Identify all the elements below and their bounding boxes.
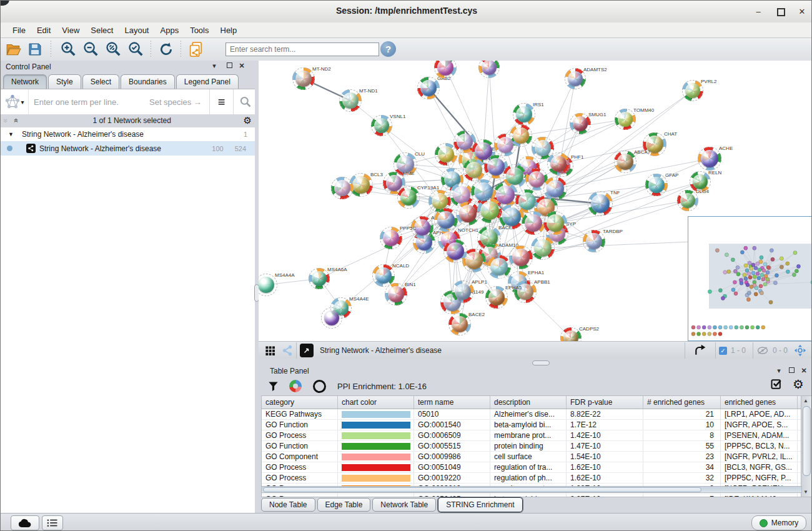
table-row[interactable]: GO FunctionGO:0005515protein binding1.47… [262,441,801,452]
menu-view[interactable]: View [56,24,85,37]
network-node[interactable]: PPP5C [383,230,399,246]
filter-funnel-icon[interactable] [267,380,279,393]
string-query-input[interactable]: Enter one term per line. [29,97,149,107]
table-horizontal-scrollbar[interactable] [261,486,802,493]
zoom-fit-button[interactable] [104,40,123,59]
tab-network-table[interactable]: Network Table [372,498,436,512]
tab-node-table[interactable]: Node Table [261,498,315,512]
network-node[interactable]: BIN1 [388,286,404,302]
menu-tools[interactable]: Tools [184,24,214,37]
network-node[interactable]: EPHA5 [488,289,505,305]
network-node[interactable] [324,310,339,325]
network-node[interactable]: MS4A6A [312,271,327,286]
network-node[interactable] [490,258,508,275]
menu-help[interactable]: Help [215,24,243,37]
string-protein-query-dropdown[interactable]: ▾ [1,89,29,114]
refresh-button[interactable] [157,40,176,59]
table-row[interactable]: GO ComponentGO:0009986cell surface1.54E-… [262,452,801,462]
column-header[interactable]: # enriched genes [643,396,721,409]
tab-edge-table[interactable]: Edge Table [317,498,371,512]
network-node[interactable] [438,146,454,162]
tree-collapse-icon[interactable]: ▼ [8,131,17,137]
network-node[interactable] [518,192,536,210]
network-node[interactable] [432,193,448,209]
table-vertical-scrollbar[interactable]: ▲ ▼ [801,395,812,497]
network-canvas[interactable]: MT-ND2MT-ND1VSNL1GAB2ADAMTS2SMUG1PVRL2TO… [259,61,812,341]
open-session-button[interactable] [4,40,23,59]
cloud-services-button[interactable] [11,515,39,530]
network-from-clipboard-button[interactable] [186,40,207,59]
network-node[interactable]: IRS1 [516,106,532,122]
float-panel-icon[interactable] [786,367,796,374]
column-header[interactable]: term name [414,396,490,409]
network-node[interactable] [482,61,497,75]
close-panel-icon[interactable]: ✕ [237,62,247,70]
collapse-all-icon[interactable]: » [1,116,10,126]
network-node[interactable] [334,180,350,196]
task-history-button[interactable] [42,515,63,530]
column-header[interactable]: chart color [338,396,414,409]
birds-eye-view[interactable] [688,216,812,341]
table-row[interactable]: KEGG Pathways05010Alzheimer's dise...8.8… [262,409,801,420]
network-node[interactable] [437,211,455,229]
menu-select[interactable]: Select [85,24,119,37]
network-node[interactable] [534,239,552,257]
panel-menu-caret-icon[interactable]: ▾ [209,62,219,70]
select-columns-checkbox-icon[interactable] [770,378,783,390]
search-input[interactable] [225,42,379,56]
network-node[interactable] [550,156,567,172]
save-session-button[interactable] [26,40,44,59]
export-network-button[interactable] [693,344,707,357]
tab-string-enrichment[interactable]: STRING Enrichment [438,497,522,512]
network-node[interactable] [465,252,483,269]
open-in-browser-button[interactable] [300,344,314,357]
network-node[interactable]: ABCA7 [617,154,633,170]
column-header[interactable]: description [490,396,567,409]
network-node[interactable]: GFAP [648,177,665,193]
network-node[interactable] [513,127,529,144]
string-search-button[interactable] [234,89,257,114]
column-header[interactable]: FDR p-value [567,396,643,409]
network-node[interactable] [502,207,521,226]
network-node[interactable] [459,205,477,222]
network-node[interactable]: PVRL2 [685,83,700,98]
zoom-out-button[interactable] [82,40,101,59]
network-collection-row[interactable]: ▼ String Network - Alzheimer's disease 1 [1,127,256,141]
menu-edit[interactable]: Edit [31,24,56,37]
network-node[interactable]: TNF [591,194,610,213]
splitter-grip[interactable] [532,360,550,365]
maximize-button[interactable] [774,6,788,17]
menu-apps[interactable]: Apps [155,24,185,37]
tab-style[interactable]: Style [48,74,81,89]
network-node[interactable] [547,214,564,232]
table-row[interactable]: GO ProcessGO:0051049regulation of tra...… [262,462,801,473]
menu-file[interactable]: File [7,24,31,37]
tab-boundaries[interactable]: Boundaries [121,74,175,89]
float-panel-icon[interactable] [224,62,234,69]
network-node[interactable]: ADAMTS2 [568,71,583,86]
column-header[interactable]: enriched genes [721,396,798,409]
menu-layout[interactable]: Layout [119,24,154,37]
network-node[interactable] [512,249,530,266]
ring-chart-icon[interactable] [313,380,326,393]
network-node[interactable] [457,134,473,150]
memory-button[interactable]: Memory [751,515,806,530]
network-node[interactable] [480,201,499,220]
tab-legend-panel[interactable]: Legend Panel [176,74,239,89]
network-node[interactable]: APLP1 [455,284,471,300]
horizontal-splitter[interactable] [259,359,812,366]
table-settings-gear-icon[interactable]: ⚙ [793,377,804,392]
pan-mode-button[interactable] [794,344,806,357]
network-node[interactable]: DLG4 [680,193,695,208]
network-node[interactable]: MT-ND2 [295,71,312,87]
network-node[interactable]: TARDBP [586,233,602,249]
network-row-selected[interactable]: String Network - Alzheimer's disease 100… [1,141,256,156]
network-node[interactable]: VSNL1 [374,118,389,133]
string-view-button[interactable] [282,345,293,356]
table-row[interactable]: GO ProcessGO:0050435beta-amyloid m...2.0… [262,494,801,497]
expand-all-icon[interactable]: » [11,116,20,126]
network-node[interactable]: RELN [693,174,708,189]
network-node[interactable]: MT-ND1 [342,92,359,109]
network-node[interactable]: BCL3 [352,176,370,194]
table-row[interactable]: GO FunctionGO:0001540beta-amyloid bi...1… [262,420,801,430]
